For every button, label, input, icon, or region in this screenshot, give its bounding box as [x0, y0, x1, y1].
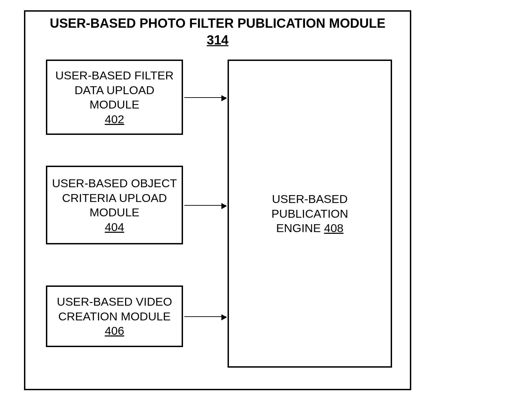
arrow-filter-to-engine	[184, 97, 226, 98]
arrow-video-to-engine	[184, 316, 226, 317]
publication-engine-line2: PUBLICATION	[271, 207, 348, 220]
main-module-title-block: USER-BASED PHOTO FILTER PUBLICATION MODU…	[25, 12, 410, 49]
object-criteria-upload-ref: 404	[105, 220, 124, 233]
publication-engine-line1: USER-BASED	[272, 192, 348, 205]
publication-engine-ref: 408	[324, 221, 344, 234]
video-creation-module: USER-BASED VIDEO CREATION MODULE 406	[46, 285, 183, 347]
object-criteria-upload-module: USER-BASED OBJECT CRITERIA UPLOAD MODULE…	[46, 166, 183, 244]
filter-data-upload-ref: 402	[105, 113, 124, 126]
video-creation-ref: 406	[105, 324, 124, 337]
publication-engine: USER-BASED PUBLICATION ENGINE 408	[228, 60, 392, 368]
main-module-ref: 314	[25, 32, 410, 49]
object-criteria-upload-label: USER-BASED OBJECT CRITERIA UPLOAD MODULE	[52, 177, 177, 219]
main-module-container: USER-BASED PHOTO FILTER PUBLICATION MODU…	[24, 10, 411, 390]
publication-engine-line3-prefix: ENGINE	[276, 221, 324, 234]
main-module-title: USER-BASED PHOTO FILTER PUBLICATION MODU…	[25, 15, 410, 32]
arrow-criteria-to-engine	[184, 205, 226, 206]
filter-data-upload-module: USER-BASED FILTER DATA UPLOAD MODULE 402	[46, 60, 183, 135]
filter-data-upload-label: USER-BASED FILTER DATA UPLOAD MODULE	[55, 69, 173, 111]
video-creation-label: USER-BASED VIDEO CREATION MODULE	[57, 295, 172, 323]
